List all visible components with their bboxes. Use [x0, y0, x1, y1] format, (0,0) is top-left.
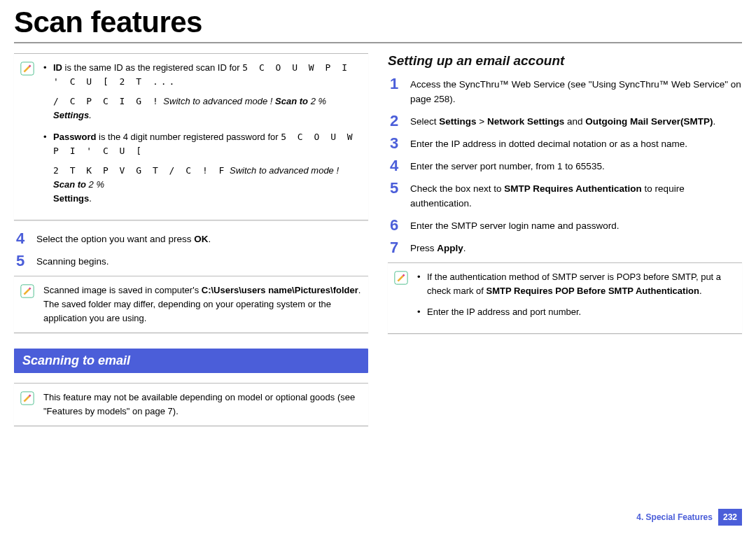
note-text: This feature may not be available depend…	[43, 391, 361, 419]
content-columns: ID is the same ID as the registered scan…	[0, 53, 756, 436]
step-body: Access the SyncThru™ Web Service (see "U…	[410, 76, 742, 107]
id-label: ID	[53, 62, 62, 73]
step-body: Select the option you want and press OK.	[36, 230, 368, 247]
t: Check the box next to	[410, 183, 504, 194]
page-footer: 4. Special Features 232	[636, 509, 742, 526]
password-label: Password	[53, 132, 96, 142]
heading-setting-up-email: Setting up an email account	[388, 53, 742, 69]
step-number: 5	[388, 180, 400, 197]
right-column: Setting up an email account 1 Access the…	[388, 53, 742, 436]
step-2: 2 Select Settings > Network Settings and…	[388, 113, 742, 129]
dot: .	[699, 286, 702, 296]
password-line2: 2 T K P V G T / C ! F Switch to advanced…	[53, 164, 361, 192]
outgoing-mail-label: Outgoing Mail Server(SMTP)	[585, 116, 713, 127]
t: Press	[410, 243, 437, 253]
footer-chapter: 4. Special Features	[636, 512, 713, 522]
step-number: 1	[388, 76, 400, 92]
step-number: 7	[388, 239, 400, 256]
left-column: ID is the same ID as the registered scan…	[14, 53, 368, 436]
step-body: Press Apply.	[410, 239, 742, 256]
settings-label: Settings	[439, 116, 476, 127]
step-4: 4 Select the option you want and press O…	[14, 230, 368, 247]
step-body: Enter the server port number, from 1 to …	[410, 157, 742, 174]
step-number: 4	[388, 157, 400, 174]
garbled-text: 2 T K P V G T / C ! F	[53, 165, 227, 176]
step-body: Scanning begins.	[36, 253, 368, 269]
switch-text: Switch to advanced mode !	[161, 96, 275, 106]
title-rule	[14, 42, 742, 43]
step-5r: 5 Check the box next to SMTP Requires Au…	[388, 180, 742, 211]
apply-label: Apply	[437, 243, 463, 253]
dot: .	[89, 110, 92, 120]
note-bullet-pop3: If the authentication method of SMTP ser…	[417, 270, 735, 298]
note-bullet-id: ID is the same ID as the registered scan…	[43, 61, 361, 123]
step-1: 1 Access the SyncThru™ Web Service (see …	[388, 76, 742, 107]
pencil-note-icon	[20, 391, 35, 406]
step-number: 5	[14, 253, 27, 269]
scan-to-label: Scan to	[53, 179, 86, 190]
step-body: Check the box next to SMTP Requires Auth…	[410, 180, 742, 211]
note-bullet-ip: Enter the IP address and port number.	[417, 305, 735, 319]
network-settings-label: Network Settings	[487, 116, 564, 127]
step-6: 6 Enter the SMTP server login name and p…	[388, 217, 742, 234]
step-text: Select the option you want and press	[36, 234, 194, 244]
garbled-text: / C P C I G !	[53, 96, 161, 106]
step-number: 4	[14, 230, 27, 247]
dot: .	[89, 193, 92, 204]
ok-label: OK	[194, 234, 208, 244]
page-title: Scan features	[0, 0, 756, 42]
scan-to-label: Scan to	[275, 96, 308, 106]
dot: .	[463, 243, 466, 253]
pencil-note-icon	[20, 61, 35, 76]
step-body: Select Settings > Network Settings and O…	[410, 113, 742, 129]
step-3: 3 Enter the IP address in dotted decimal…	[388, 135, 742, 152]
dot: .	[713, 116, 716, 127]
step-number: 6	[388, 217, 400, 234]
footer-page-number: 232	[718, 509, 742, 526]
note-box-availability: This feature may not be available depend…	[14, 383, 368, 426]
smtp-pop-label: SMTP Requires POP Before SMTP Authentica…	[486, 286, 699, 296]
note-box-id-password: ID is the same ID as the registered scan…	[14, 53, 368, 220]
step-body: Enter the IP address in dotted decimal n…	[410, 135, 742, 152]
note-text: Scanned image is saved in computer's C:\…	[43, 283, 361, 325]
step-4r: 4 Enter the server port number, from 1 t…	[388, 157, 742, 174]
note-text-a: Scanned image is saved in computer's	[43, 285, 202, 295]
settings-label: Settings	[53, 193, 89, 204]
password-line3: Settings.	[53, 192, 361, 206]
path-text: C:\Users\users name\Pictures\folder	[202, 285, 358, 295]
pencil-note-icon	[393, 270, 409, 286]
note-box-smtp-auth: If the authentication method of SMTP ser…	[388, 262, 742, 334]
switch-text: Switch to advanced mode !	[227, 165, 339, 176]
rest-text: 2 %	[86, 179, 104, 190]
password-text: is the 4 digit number registered passwor…	[96, 132, 281, 142]
smtp-auth-label: SMTP Requires Authentication	[504, 183, 642, 194]
settings-label: Settings	[53, 110, 89, 120]
id-line2: / C P C I G ! Switch to advanced mode ! …	[53, 94, 361, 122]
step-number: 2	[388, 113, 400, 129]
step-number: 3	[388, 135, 400, 152]
pencil-note-icon	[20, 283, 35, 299]
step-body: Enter the SMTP server login name and pas…	[410, 217, 742, 234]
section-scanning-to-email: Scanning to email	[14, 349, 368, 373]
dot: .	[208, 234, 211, 244]
step-5: 5 Scanning begins.	[14, 253, 368, 269]
note-bullet-password: Password is the 4 digit number registere…	[43, 130, 361, 206]
step-7: 7 Press Apply.	[388, 239, 742, 256]
rest-text: 2 %	[308, 96, 326, 106]
t: and	[564, 116, 585, 127]
note-box-saved-image: Scanned image is saved in computer's C:\…	[14, 276, 368, 333]
id-text: is the same ID as the registered scan ID…	[62, 62, 242, 73]
t: Select	[410, 116, 439, 127]
t: >	[477, 116, 487, 127]
